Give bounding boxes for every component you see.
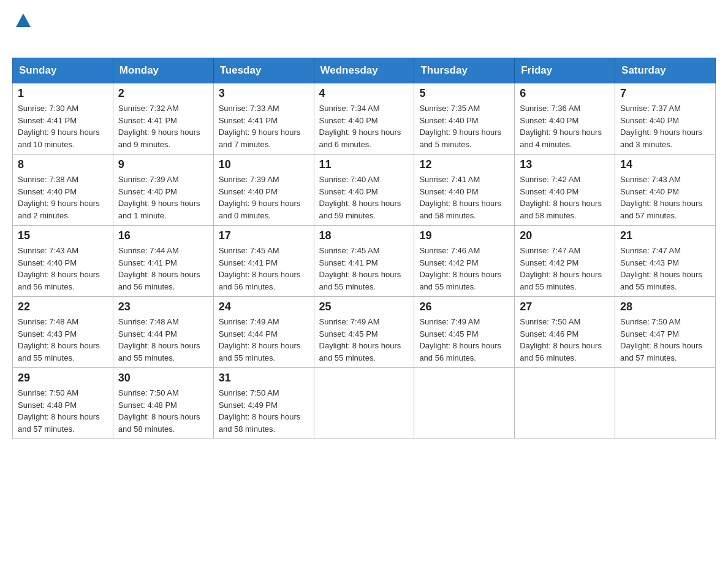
day-info: Sunrise: 7:48 AMSunset: 4:44 PMDaylight:… bbox=[118, 316, 208, 364]
day-info: Sunrise: 7:48 AMSunset: 4:43 PMDaylight:… bbox=[18, 316, 108, 364]
day-number: 28 bbox=[620, 301, 710, 313]
calendar-cell: 14 Sunrise: 7:43 AMSunset: 4:40 PMDaylig… bbox=[615, 155, 716, 226]
weekday-header-wednesday: Wednesday bbox=[314, 58, 414, 83]
calendar-week-row: 15 Sunrise: 7:43 AMSunset: 4:40 PMDaylig… bbox=[13, 226, 716, 297]
day-info: Sunrise: 7:40 AMSunset: 4:40 PMDaylight:… bbox=[319, 174, 409, 221]
calendar-cell: 17 Sunrise: 7:45 AMSunset: 4:41 PMDaylig… bbox=[213, 226, 314, 297]
day-number: 14 bbox=[620, 158, 710, 171]
calendar-cell: 3 Sunrise: 7:33 AMSunset: 4:41 PMDayligh… bbox=[213, 83, 314, 155]
day-number: 18 bbox=[319, 229, 409, 242]
day-info: Sunrise: 7:39 AMSunset: 4:40 PMDaylight:… bbox=[219, 174, 309, 221]
day-info: Sunrise: 7:49 AMSunset: 4:44 PMDaylight:… bbox=[219, 316, 309, 364]
day-info: Sunrise: 7:49 AMSunset: 4:45 PMDaylight:… bbox=[319, 316, 409, 364]
day-number: 15 bbox=[18, 229, 108, 242]
day-number: 4 bbox=[319, 87, 409, 100]
calendar-cell: 31 Sunrise: 7:50 AMSunset: 4:49 PMDaylig… bbox=[213, 368, 314, 439]
calendar-cell: 12 Sunrise: 7:41 AMSunset: 4:40 PMDaylig… bbox=[414, 155, 515, 226]
calendar-cell bbox=[615, 368, 716, 439]
calendar-cell: 13 Sunrise: 7:42 AMSunset: 4:40 PMDaylig… bbox=[515, 155, 615, 226]
day-number: 11 bbox=[319, 158, 409, 171]
calendar-cell: 26 Sunrise: 7:49 AMSunset: 4:45 PMDaylig… bbox=[414, 297, 515, 368]
day-number: 20 bbox=[520, 229, 610, 242]
day-number: 31 bbox=[219, 372, 309, 385]
day-number: 16 bbox=[118, 229, 208, 242]
day-info: Sunrise: 7:44 AMSunset: 4:41 PMDaylight:… bbox=[118, 245, 208, 293]
calendar-cell: 8 Sunrise: 7:38 AMSunset: 4:40 PMDayligh… bbox=[13, 155, 113, 226]
calendar-cell: 25 Sunrise: 7:49 AMSunset: 4:45 PMDaylig… bbox=[314, 297, 414, 368]
day-info: Sunrise: 7:49 AMSunset: 4:45 PMDaylight:… bbox=[419, 316, 509, 364]
calendar-cell: 20 Sunrise: 7:47 AMSunset: 4:42 PMDaylig… bbox=[515, 226, 615, 297]
day-number: 12 bbox=[419, 158, 509, 171]
calendar-cell: 23 Sunrise: 7:48 AMSunset: 4:44 PMDaylig… bbox=[113, 297, 213, 368]
day-number: 13 bbox=[520, 158, 610, 171]
day-number: 25 bbox=[319, 301, 409, 313]
weekday-header-friday: Friday bbox=[515, 58, 615, 83]
day-info: Sunrise: 7:50 AMSunset: 4:49 PMDaylight:… bbox=[219, 387, 309, 435]
day-number: 19 bbox=[419, 229, 509, 242]
calendar-cell: 16 Sunrise: 7:44 AMSunset: 4:41 PMDaylig… bbox=[113, 226, 213, 297]
calendar-table: SundayMondayTuesdayWednesdayThursdayFrid… bbox=[12, 58, 716, 439]
day-number: 17 bbox=[219, 229, 309, 242]
calendar-cell bbox=[515, 368, 615, 439]
calendar-cell: 18 Sunrise: 7:45 AMSunset: 4:41 PMDaylig… bbox=[314, 226, 414, 297]
calendar-cell: 15 Sunrise: 7:43 AMSunset: 4:40 PMDaylig… bbox=[13, 226, 113, 297]
calendar-cell: 24 Sunrise: 7:49 AMSunset: 4:44 PMDaylig… bbox=[213, 297, 314, 368]
weekday-header-saturday: Saturday bbox=[615, 58, 716, 83]
calendar-cell: 29 Sunrise: 7:50 AMSunset: 4:48 PMDaylig… bbox=[13, 368, 113, 439]
day-number: 7 bbox=[620, 87, 710, 100]
calendar-header-row: SundayMondayTuesdayWednesdayThursdayFrid… bbox=[13, 58, 716, 83]
svg-marker-0 bbox=[16, 13, 31, 27]
calendar-cell: 2 Sunrise: 7:32 AMSunset: 4:41 PMDayligh… bbox=[113, 83, 213, 155]
calendar-cell: 9 Sunrise: 7:39 AMSunset: 4:40 PMDayligh… bbox=[113, 155, 213, 226]
calendar-cell: 27 Sunrise: 7:50 AMSunset: 4:46 PMDaylig… bbox=[515, 297, 615, 368]
calendar-week-row: 1 Sunrise: 7:30 AMSunset: 4:41 PMDayligh… bbox=[13, 83, 716, 155]
day-info: Sunrise: 7:37 AMSunset: 4:40 PMDaylight:… bbox=[620, 102, 710, 150]
day-info: Sunrise: 7:42 AMSunset: 4:40 PMDaylight:… bbox=[520, 174, 610, 221]
day-number: 8 bbox=[18, 158, 108, 171]
weekday-header-tuesday: Tuesday bbox=[213, 58, 314, 83]
day-number: 6 bbox=[520, 87, 610, 100]
day-number: 27 bbox=[520, 301, 610, 313]
day-info: Sunrise: 7:35 AMSunset: 4:40 PMDaylight:… bbox=[419, 102, 509, 150]
day-number: 1 bbox=[18, 87, 108, 100]
calendar-cell: 28 Sunrise: 7:50 AMSunset: 4:47 PMDaylig… bbox=[615, 297, 716, 368]
calendar-cell: 30 Sunrise: 7:50 AMSunset: 4:48 PMDaylig… bbox=[113, 368, 213, 439]
day-info: Sunrise: 7:47 AMSunset: 4:43 PMDaylight:… bbox=[620, 245, 710, 293]
calendar-cell: 1 Sunrise: 7:30 AMSunset: 4:41 PMDayligh… bbox=[13, 83, 113, 155]
weekday-header-thursday: Thursday bbox=[414, 58, 515, 83]
weekday-header-monday: Monday bbox=[113, 58, 213, 83]
day-number: 23 bbox=[118, 301, 208, 313]
day-info: Sunrise: 7:47 AMSunset: 4:42 PMDaylight:… bbox=[520, 245, 610, 293]
day-number: 22 bbox=[18, 301, 108, 313]
calendar-week-row: 22 Sunrise: 7:48 AMSunset: 4:43 PMDaylig… bbox=[13, 297, 716, 368]
day-info: Sunrise: 7:36 AMSunset: 4:40 PMDaylight:… bbox=[520, 102, 610, 150]
calendar-cell: 19 Sunrise: 7:46 AMSunset: 4:42 PMDaylig… bbox=[414, 226, 515, 297]
calendar-cell bbox=[414, 368, 515, 439]
weekday-header-sunday: Sunday bbox=[13, 58, 113, 83]
logo bbox=[12, 12, 32, 52]
day-info: Sunrise: 7:33 AMSunset: 4:41 PMDaylight:… bbox=[219, 102, 309, 150]
day-info: Sunrise: 7:50 AMSunset: 4:48 PMDaylight:… bbox=[18, 387, 108, 435]
day-number: 24 bbox=[219, 301, 309, 313]
day-number: 2 bbox=[118, 87, 208, 100]
calendar-cell: 6 Sunrise: 7:36 AMSunset: 4:40 PMDayligh… bbox=[515, 83, 615, 155]
day-number: 5 bbox=[419, 87, 509, 100]
calendar-week-row: 8 Sunrise: 7:38 AMSunset: 4:40 PMDayligh… bbox=[13, 155, 716, 226]
day-info: Sunrise: 7:32 AMSunset: 4:41 PMDaylight:… bbox=[118, 102, 208, 150]
day-info: Sunrise: 7:43 AMSunset: 4:40 PMDaylight:… bbox=[620, 174, 710, 221]
day-info: Sunrise: 7:45 AMSunset: 4:41 PMDaylight:… bbox=[319, 245, 409, 293]
day-info: Sunrise: 7:50 AMSunset: 4:47 PMDaylight:… bbox=[620, 316, 710, 364]
day-number: 21 bbox=[620, 229, 710, 242]
calendar-cell: 11 Sunrise: 7:40 AMSunset: 4:40 PMDaylig… bbox=[314, 155, 414, 226]
day-info: Sunrise: 7:46 AMSunset: 4:42 PMDaylight:… bbox=[419, 245, 509, 293]
calendar-week-row: 29 Sunrise: 7:50 AMSunset: 4:48 PMDaylig… bbox=[13, 368, 716, 439]
calendar-cell: 4 Sunrise: 7:34 AMSunset: 4:40 PMDayligh… bbox=[314, 83, 414, 155]
calendar-cell: 21 Sunrise: 7:47 AMSunset: 4:43 PMDaylig… bbox=[615, 226, 716, 297]
day-number: 9 bbox=[118, 158, 208, 171]
day-number: 3 bbox=[219, 87, 309, 100]
day-info: Sunrise: 7:38 AMSunset: 4:40 PMDaylight:… bbox=[18, 174, 108, 221]
day-number: 30 bbox=[118, 372, 208, 385]
day-number: 10 bbox=[219, 158, 309, 171]
calendar-cell bbox=[314, 368, 414, 439]
page-header bbox=[12, 12, 716, 52]
